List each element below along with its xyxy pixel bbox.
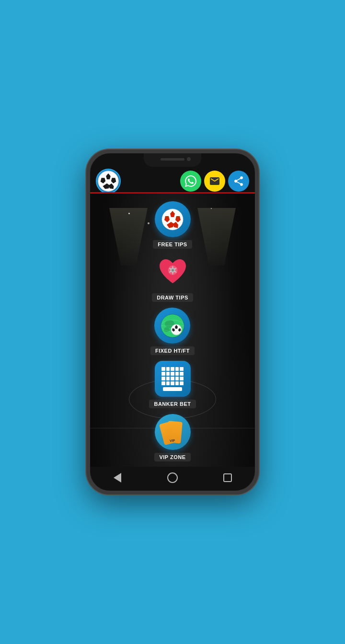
- menu-item-draw-tips[interactable]: DRAW TIPS: [152, 254, 193, 302]
- vip-zone-icon: VIP: [155, 414, 191, 450]
- soccer-ball-icon: [161, 207, 184, 231]
- menu-item-banker-bet[interactable]: BANKER BET: [149, 361, 196, 408]
- header-actions: [180, 171, 249, 192]
- scoreboard-bar: [163, 387, 182, 391]
- notch-speaker: [161, 158, 184, 161]
- vip-tickets-icon: VIP: [160, 419, 186, 445]
- share-button[interactable]: [228, 171, 249, 192]
- fixed-htft-icon: [154, 308, 190, 344]
- draw-tips-icon: [155, 254, 191, 290]
- grid-icon: [161, 367, 184, 385]
- home-button[interactable]: [165, 471, 180, 485]
- menu-item-free-tips[interactable]: FREE TIPS: [153, 201, 192, 249]
- fixed-htft-label: FIXED HT/FT: [150, 346, 195, 355]
- menu-item-fixed-htft[interactable]: FIXED HT/FT: [150, 308, 195, 355]
- banker-bet-icon: [155, 361, 191, 397]
- email-icon: [209, 175, 220, 187]
- heart-star-icon: [155, 254, 191, 290]
- logo-soccer-icon: [97, 169, 120, 193]
- app-logo[interactable]: [96, 169, 121, 194]
- menu-container: FREE TIPS: [90, 194, 255, 467]
- back-icon: [114, 473, 121, 483]
- free-tips-icon: [155, 201, 191, 237]
- svg-point-16: [172, 269, 174, 272]
- recent-icon: [223, 473, 232, 482]
- vip-text: VIP: [170, 439, 175, 443]
- phone-screen: FREE TIPS: [90, 153, 255, 491]
- back-button[interactable]: [110, 471, 125, 485]
- free-tips-label: FREE TIPS: [153, 240, 192, 249]
- menu-item-vip-zone[interactable]: VIP VIP ZONE: [154, 414, 190, 461]
- draw-tips-label: DRAW TIPS: [152, 293, 193, 302]
- notch: [144, 153, 201, 167]
- whatsapp-icon: [185, 175, 196, 187]
- phone-frame: FREE TIPS: [86, 150, 259, 494]
- notch-camera: [187, 157, 191, 161]
- banker-bet-label: BANKER BET: [149, 400, 196, 408]
- share-icon: [233, 175, 244, 187]
- vip-zone-label: VIP ZONE: [154, 453, 190, 461]
- whatsapp-button[interactable]: [180, 171, 201, 192]
- email-button[interactable]: [204, 171, 225, 192]
- globe-soccer-icon: [160, 313, 185, 338]
- recent-button[interactable]: [220, 471, 235, 485]
- bottom-navigation: [90, 467, 255, 491]
- home-icon: [167, 472, 178, 483]
- main-content: FREE TIPS: [90, 194, 255, 467]
